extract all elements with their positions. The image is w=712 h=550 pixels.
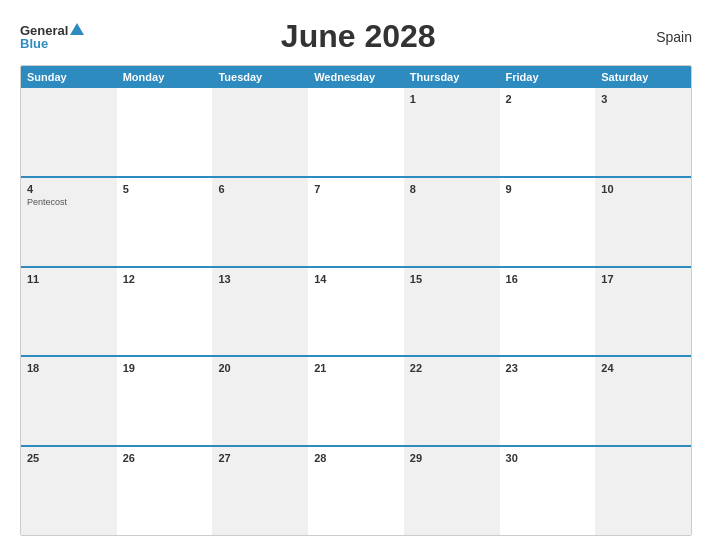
day-number: 18: [27, 362, 111, 374]
day-number: 3: [601, 93, 685, 105]
day-number: 8: [410, 183, 494, 195]
calendar-title: June 2028: [84, 18, 632, 55]
day-cell-6: 6: [212, 178, 308, 266]
day-number: 17: [601, 273, 685, 285]
day-number: 13: [218, 273, 302, 285]
day-number: 26: [123, 452, 207, 464]
day-cell-17: 17: [595, 268, 691, 356]
day-cell: [117, 88, 213, 176]
day-number: 15: [410, 273, 494, 285]
day-cell-15: 15: [404, 268, 500, 356]
day-number: 4: [27, 183, 111, 195]
day-cell-12: 12: [117, 268, 213, 356]
day-number: 29: [410, 452, 494, 464]
week-row-2: 4 Pentecost 5 6 7 8 9: [21, 176, 691, 266]
day-cell: [21, 88, 117, 176]
day-cell: [308, 88, 404, 176]
day-number: 7: [314, 183, 398, 195]
logo: General Blue: [20, 23, 84, 50]
day-cell: [212, 88, 308, 176]
weeks-container: 1 2 3 4 Pentecost 5 6: [21, 88, 691, 535]
country-label: Spain: [632, 29, 692, 45]
day-number: 28: [314, 452, 398, 464]
day-cell-7: 7: [308, 178, 404, 266]
day-number: 11: [27, 273, 111, 285]
day-number: 16: [506, 273, 590, 285]
day-number: 25: [27, 452, 111, 464]
day-cell-13: 13: [212, 268, 308, 356]
day-number: 24: [601, 362, 685, 374]
day-number: 9: [506, 183, 590, 195]
day-cell-5: 5: [117, 178, 213, 266]
calendar: Sunday Monday Tuesday Wednesday Thursday…: [20, 65, 692, 536]
day-number: 1: [410, 93, 494, 105]
day-cell-25: 25: [21, 447, 117, 535]
week-row-4: 18 19 20 21 22 23 24: [21, 355, 691, 445]
day-cell-24: 24: [595, 357, 691, 445]
day-cell-1: 1: [404, 88, 500, 176]
header-sunday: Sunday: [21, 66, 117, 88]
day-cell-26: 26: [117, 447, 213, 535]
logo-blue-text: Blue: [20, 37, 48, 50]
day-number: 30: [506, 452, 590, 464]
header-friday: Friday: [500, 66, 596, 88]
day-cell-16: 16: [500, 268, 596, 356]
day-number: 2: [506, 93, 590, 105]
day-cell-27: 27: [212, 447, 308, 535]
day-cell-10: 10: [595, 178, 691, 266]
day-cell-8: 8: [404, 178, 500, 266]
day-headers-row: Sunday Monday Tuesday Wednesday Thursday…: [21, 66, 691, 88]
logo-block: General Blue: [20, 23, 84, 50]
day-number: 14: [314, 273, 398, 285]
day-cell-23: 23: [500, 357, 596, 445]
day-cell-28: 28: [308, 447, 404, 535]
day-cell-22: 22: [404, 357, 500, 445]
day-number: 21: [314, 362, 398, 374]
header-thursday: Thursday: [404, 66, 500, 88]
day-cell-empty: [595, 447, 691, 535]
day-cell-19: 19: [117, 357, 213, 445]
day-cell-20: 20: [212, 357, 308, 445]
day-cell-2: 2: [500, 88, 596, 176]
day-cell-9: 9: [500, 178, 596, 266]
logo-triangle-icon: [70, 23, 84, 35]
day-cell-11: 11: [21, 268, 117, 356]
day-number: 12: [123, 273, 207, 285]
header-saturday: Saturday: [595, 66, 691, 88]
week-row-5: 25 26 27 28 29 30: [21, 445, 691, 535]
day-cell-21: 21: [308, 357, 404, 445]
day-cell-14: 14: [308, 268, 404, 356]
week-row-1: 1 2 3: [21, 88, 691, 176]
day-number: 6: [218, 183, 302, 195]
header-monday: Monday: [117, 66, 213, 88]
header: General Blue June 2028 Spain: [20, 18, 692, 55]
day-number: 10: [601, 183, 685, 195]
day-cell-4: 4 Pentecost: [21, 178, 117, 266]
header-wednesday: Wednesday: [308, 66, 404, 88]
day-number: 27: [218, 452, 302, 464]
week-row-3: 11 12 13 14 15 16 17: [21, 266, 691, 356]
day-cell-30: 30: [500, 447, 596, 535]
day-cell-18: 18: [21, 357, 117, 445]
day-number: 23: [506, 362, 590, 374]
day-event: Pentecost: [27, 197, 111, 207]
day-number: 5: [123, 183, 207, 195]
header-tuesday: Tuesday: [212, 66, 308, 88]
day-number: 20: [218, 362, 302, 374]
day-number: 22: [410, 362, 494, 374]
day-cell-3: 3: [595, 88, 691, 176]
day-number: 19: [123, 362, 207, 374]
day-cell-29: 29: [404, 447, 500, 535]
page: General Blue June 2028 Spain Sunday Mond…: [0, 0, 712, 550]
